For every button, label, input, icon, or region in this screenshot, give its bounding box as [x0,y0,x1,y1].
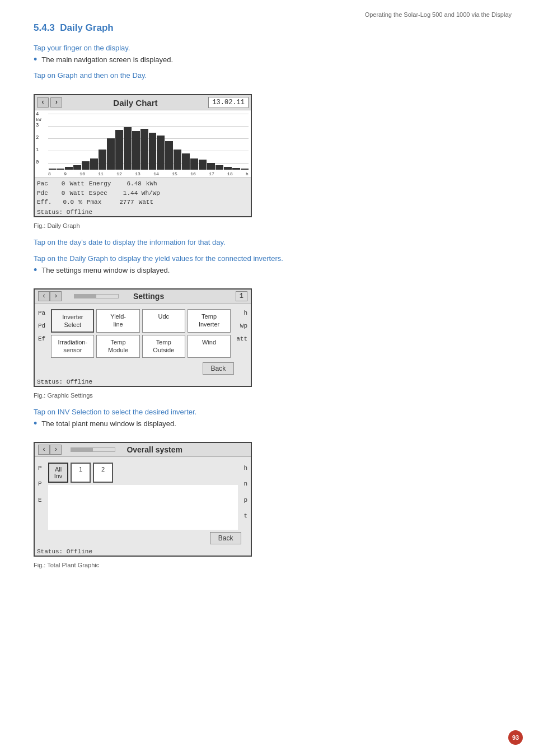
overall-left-labels: P P E [35,457,43,548]
bar-14 [157,136,165,170]
overall-header: ‹ › Overall system [35,443,251,457]
settings-status: Status: Offline [35,378,251,386]
settings-btn-irrad[interactable]: Irradiation-sensor [51,335,94,358]
inv-btn-2[interactable]: 2 [93,463,113,483]
bar-18 [190,158,198,170]
instruction-tap-1: Tap your finger on the display. [34,44,500,52]
dc-chart-area: 4kW 3 2 1 0 [35,110,251,178]
instruction-tap-3: Tap on the day's date to display the inf… [34,238,500,246]
tap2-tap: Tap [34,71,45,80]
bullet-dot-2: • [34,265,37,275]
dc-data-row-pac: Pac0WattEnergy6.48kWh [37,179,249,189]
inv-btn-1[interactable]: 1 [71,463,91,483]
bullet-dot: • [34,54,37,64]
fig-label-overall: Fig.: Total Plant Graphic [34,562,500,568]
settings-header: ‹ › Settings 1 [35,290,251,304]
inv-btn-all[interactable]: AllInv [48,463,68,483]
settings-title: Settings [133,292,164,301]
dc-x-axis: 89101112 131415161718h [48,171,249,176]
bar-5 [82,161,90,170]
page-number: 93 [508,730,523,745]
settings-back-btn[interactable]: Back [203,362,235,375]
overall-status: Status: Offline [35,548,251,556]
bar-11 [132,131,140,170]
dc-nav-next[interactable]: › [50,97,62,108]
overall-back-btn[interactable]: Back [210,532,242,544]
settings-btn-temp-out[interactable]: TempOutside [142,335,185,358]
bar-19 [199,160,207,170]
tap2-day: Day. [132,71,147,80]
settings-nav-next[interactable]: › [50,291,62,301]
bar-15 [165,141,173,170]
dc-header: ‹ › Daily Chart 13.02.11 [35,95,251,110]
bar-4 [73,165,81,170]
overall-title: Overall system [127,445,182,454]
dc-bars [48,113,249,170]
settings-nav-prev[interactable]: ‹ [38,291,50,301]
dc-nav-prev[interactable]: ‹ [37,97,49,108]
bullet-item-2: • The settings menu window is displayed. [34,266,500,275]
y-label-2: 2 [36,135,39,141]
bar-8 [107,138,115,170]
bar-22 [224,167,232,170]
tap2-graph: Graph [58,71,78,80]
bar-2 [57,169,64,170]
bar-9 [115,130,123,170]
instruction-tap-2: Tap on Graph and then on the Day. [34,71,500,80]
dc-data-rows: Pac0WattEnergy6.48kWh Pdc0WattEspec1.44 … [35,178,251,208]
overall-nav-prev[interactable]: ‹ [38,445,50,455]
dc-status: Status: Offline [35,208,251,216]
bar-24 [241,169,249,170]
bar-12 [140,129,148,170]
section-title: 5.4.3 Daily Graph [34,22,500,34]
dc-title: Daily Chart [64,98,207,108]
instruction-tap-5: Tap on INV Selection to select the desir… [34,408,500,416]
section-name: Daily Graph [60,22,113,33]
section-number: 5.4.3 [34,22,55,33]
settings-screen: ‹ › Settings 1 Pa Pd Ef InverterSelect [34,288,252,387]
settings-btn-wind[interactable]: Wind [188,335,231,358]
settings-back-row: Back [48,361,234,376]
bar-13 [149,133,157,170]
settings-btn-temp-inv[interactable]: TempInverter [188,309,231,333]
bullet-item-1: • The main navigation screen is displaye… [34,55,500,64]
settings-body: Pa Pd Ef InverterSelect Yield-line Udc T… [35,304,251,378]
y-label-0: 0 [36,160,39,165]
bar-16 [174,150,181,170]
overall-screen: ‹ › Overall system P P E AllInv 1 2 [34,442,252,557]
overall-back-row: Back [45,530,241,545]
settings-btn-udc[interactable]: Udc [142,309,185,333]
overall-right-labels: h n p t [243,457,251,548]
overall-content: AllInv 1 2 Back [43,457,243,548]
settings-btn-yield[interactable]: Yield-line [96,309,139,333]
dc-data-row-pdc: Pdc0WattEspec1.44 Wh/Wp [37,189,249,198]
settings-btn-temp-mod[interactable]: TempModule [96,335,139,358]
y-label-kw: 4kW [36,111,41,123]
overall-inv-row: AllInv 1 2 [45,459,241,485]
settings-btn-inverter[interactable]: InverterSelect [51,309,94,333]
daily-chart-screen: ‹ › Daily Chart 13.02.11 4kW 3 2 1 0 [34,94,252,217]
bar-7 [99,150,106,170]
dc-date[interactable]: 13.02.11 [208,97,249,108]
header-right-text: Operating the Solar-Log 500 and 1000 via… [365,11,512,18]
bullet-dot-3: • [34,418,37,428]
settings-left-labels: Pa Pd Ef [35,304,45,378]
fig-label-settings: Fig.: Graphic Settings [34,392,500,399]
settings-right-labels: h Wp att [236,304,251,378]
bar-21 [216,165,223,170]
bar-3 [65,167,73,170]
bar-23 [232,168,240,170]
settings-badge: 1 [236,291,247,301]
overall-body: P P E AllInv 1 2 Back h n p t [35,457,251,548]
dc-data-row-eff: Eff.0.0%Pmax2777Watt [37,198,249,207]
bar-1 [49,169,57,170]
bar-20 [207,163,215,170]
y-label-3: 3 [36,123,39,128]
bar-6 [90,158,98,170]
bar-10 [124,127,132,170]
y-label-1: 1 [36,147,39,153]
bar-17 [182,153,190,170]
overall-nav-next[interactable]: › [50,445,62,455]
instruction-tap-4: Tap on the Daily Graph to display the yi… [34,254,500,263]
settings-grid-wrap: InverterSelect Yield-line Udc TempInvert… [45,304,236,378]
